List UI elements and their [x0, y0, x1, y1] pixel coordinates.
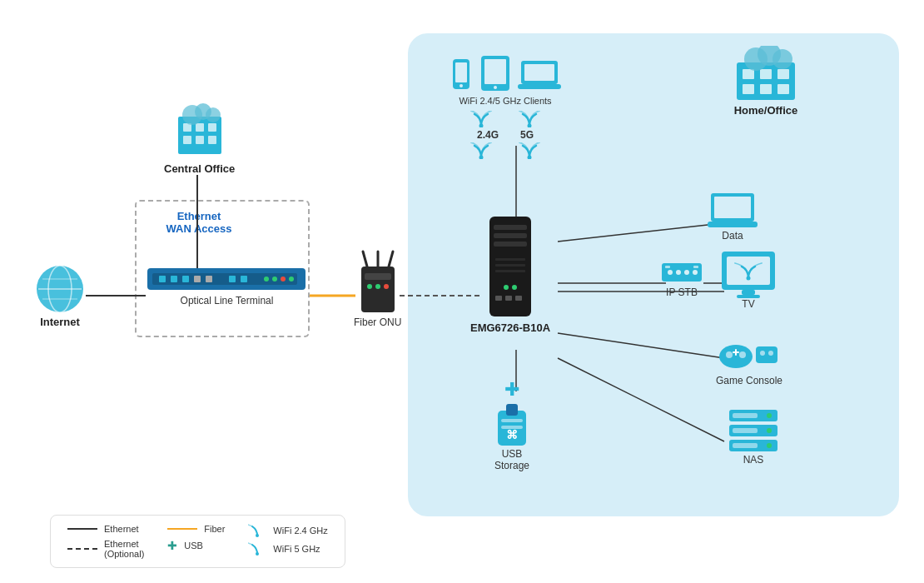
phone-icon: [450, 57, 473, 92]
ip-stb-icon: [660, 257, 703, 287]
usb-storage-node: ✚ ⌘ USB Storage: [491, 379, 533, 471]
fiber-line: [167, 528, 197, 530]
svg-rect-96: [742, 290, 755, 295]
legend-wifi24: WiFi 2.4 GHz: [248, 524, 327, 537]
svg-rect-49: [494, 225, 527, 230]
usb-symbol-top: ✚: [504, 379, 519, 401]
svg-point-121: [256, 552, 259, 556]
svg-text:⌘: ⌘: [506, 428, 518, 441]
fiber-onu-label: Fiber ONU: [354, 316, 401, 328]
svg-rect-53: [495, 264, 525, 267]
tablet-icon: [479, 54, 511, 92]
svg-point-114: [767, 443, 772, 448]
svg-rect-75: [760, 69, 772, 79]
game-console-label: Game Console: [716, 375, 782, 386]
svg-rect-107: [733, 413, 758, 418]
usb-legend-label: USB: [184, 541, 203, 551]
central-office-node: Central Office: [164, 100, 235, 175]
svg-point-62: [460, 84, 463, 87]
wifi5-symbol-2: [518, 142, 541, 159]
svg-rect-68: [518, 84, 561, 89]
svg-rect-102: [735, 349, 737, 356]
olt-label: Optical Line Terminal: [181, 295, 274, 306]
svg-rect-31: [182, 276, 189, 282]
tv-node: TV: [720, 250, 777, 310]
svg-rect-58: [505, 296, 512, 301]
svg-point-111: [767, 428, 772, 433]
olt-node: Optical Line Terminal: [146, 265, 308, 306]
svg-point-108: [767, 413, 772, 418]
svg-rect-19: [196, 123, 204, 132]
wifi5-legend-icon: [248, 542, 266, 556]
svg-rect-64: [484, 59, 506, 84]
svg-rect-91: [665, 266, 670, 268]
game-console-icon: [716, 333, 782, 375]
ethernet-line: [67, 528, 97, 530]
svg-rect-110: [733, 428, 758, 433]
ethernet-optional-line: [67, 548, 97, 550]
svg-point-88: [676, 270, 681, 275]
ethernet-legend-label: Ethernet: [104, 524, 139, 534]
svg-point-87: [668, 270, 673, 275]
svg-point-45: [367, 284, 372, 289]
svg-point-120: [256, 534, 259, 537]
fiber-onu-node: Fiber ONU: [354, 250, 401, 328]
nas-node: NAS: [726, 408, 781, 466]
svg-rect-61: [455, 62, 467, 82]
svg-rect-50: [494, 233, 527, 238]
svg-point-105: [768, 351, 773, 356]
svg-rect-35: [241, 276, 247, 282]
svg-point-89: [684, 270, 689, 275]
laptop-wifi-icon: [518, 59, 561, 92]
svg-point-39: [289, 277, 294, 282]
ethernet-wan-label2: WAN Access: [145, 222, 253, 235]
svg-rect-30: [171, 276, 177, 282]
diagram-container: Ethernet WAN Access: [0, 0, 924, 583]
internet-node: Internet: [33, 262, 87, 328]
svg-rect-113: [733, 443, 758, 448]
svg-rect-84: [714, 197, 751, 218]
svg-point-37: [272, 277, 277, 282]
svg-rect-94: [727, 257, 770, 285]
central-office-icon: [171, 100, 228, 162]
svg-line-42: [363, 252, 367, 267]
tv-label: TV: [742, 298, 754, 310]
svg-rect-29: [159, 276, 166, 282]
olt-icon: [146, 265, 308, 295]
usb-storage-icon: ⌘: [491, 402, 533, 448]
legend-col-3: WiFi 2.4 GHz WiFi 5 GHz: [248, 524, 327, 556]
svg-point-99: [726, 351, 733, 358]
wifi24-legend-label: WiFi 2.4 GHz: [273, 526, 327, 536]
wifi24-symbol-2: [469, 142, 493, 159]
svg-rect-41: [365, 273, 391, 280]
svg-rect-77: [743, 84, 754, 94]
svg-rect-116: [506, 404, 518, 416]
svg-point-56: [512, 285, 517, 290]
svg-point-46: [375, 284, 380, 289]
svg-point-82: [772, 49, 792, 69]
svg-rect-57: [495, 296, 502, 301]
band24-label: 2.4G: [477, 129, 499, 141]
svg-rect-78: [760, 84, 772, 94]
svg-rect-54: [495, 270, 525, 272]
svg-rect-21: [183, 136, 191, 144]
svg-point-36: [264, 277, 269, 282]
legend: Ethernet Ethernet(Optional) Fiber ✚ USB: [50, 515, 345, 568]
svg-point-100: [739, 351, 746, 358]
svg-rect-34: [229, 276, 236, 282]
data-node: Data: [708, 192, 758, 242]
svg-rect-67: [524, 64, 554, 81]
svg-rect-85: [708, 222, 758, 227]
wifi24-symbol-1: [469, 111, 493, 127]
svg-rect-59: [515, 296, 522, 301]
svg-point-26: [206, 107, 221, 122]
usb-legend-icon: ✚: [167, 539, 177, 552]
wifi24-legend-icon: [248, 524, 266, 537]
usb-storage-label: USB Storage: [494, 448, 529, 471]
svg-rect-17: [178, 117, 221, 154]
svg-point-98: [719, 345, 753, 368]
wifi5-symbol-1: [518, 111, 541, 127]
svg-rect-22: [196, 136, 204, 144]
svg-rect-51: [494, 242, 527, 247]
nas-icon: [726, 408, 781, 454]
